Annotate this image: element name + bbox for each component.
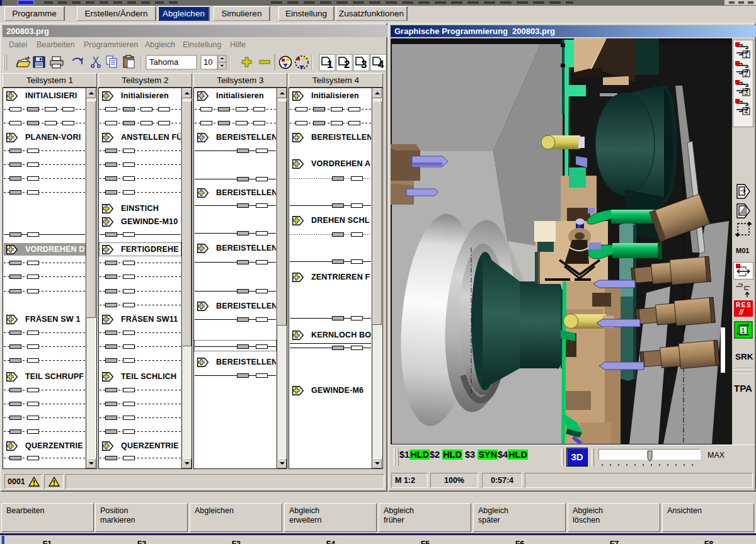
svg-text:M01: M01 [736, 247, 749, 254]
svg-text:2: 2 [344, 59, 350, 71]
svg-text:1: 1 [742, 327, 745, 334]
svg-text:SRK: SRK [735, 352, 753, 361]
svg-text:1: 1 [327, 59, 333, 71]
svg-text:1: 1 [745, 52, 748, 59]
svg-text:RES: RES [736, 302, 752, 309]
svg-text:4: 4 [378, 59, 384, 71]
svg-text:4: 4 [745, 108, 748, 115]
svg-text:TPA: TPA [734, 383, 752, 394]
svg-text:Tahoma: Tahoma [149, 57, 179, 67]
svg-text:2: 2 [745, 71, 748, 77]
svg-text:10: 10 [203, 57, 212, 67]
svg-text:3: 3 [745, 89, 748, 96]
svg-text:3: 3 [361, 59, 367, 71]
